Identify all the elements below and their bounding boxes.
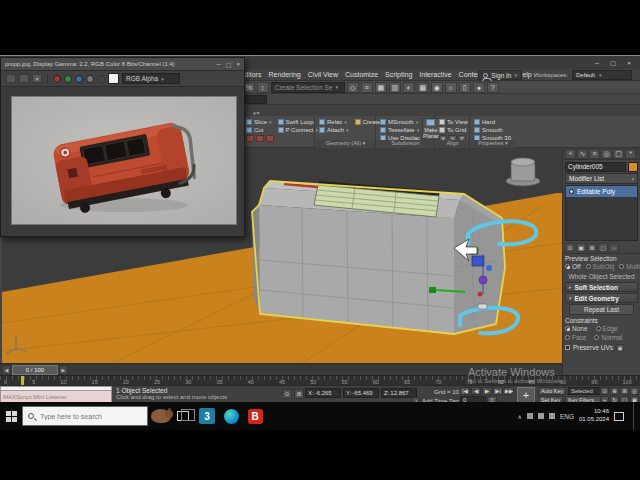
menu-item[interactable]: Customize — [345, 71, 378, 78]
track-bar[interactable]: 0510152025303540455055606570758085909510… — [0, 375, 640, 385]
save-image-icon[interactable] — [6, 74, 16, 83]
zoom-all-icon[interactable]: ⊕ — [610, 387, 619, 395]
set-keys-button[interactable]: + — [517, 387, 535, 402]
workspace-dropdown[interactable]: Default▾ — [572, 70, 632, 80]
playback-button[interactable]: ▶| — [493, 387, 503, 395]
close-icon[interactable]: × — [622, 58, 636, 68]
edit-geometry-rollout[interactable]: ▾Edit Geometry — [565, 293, 638, 303]
material-editor-icon[interactable]: ◉ — [431, 82, 443, 93]
constraint-edge-radio[interactable]: Edge — [596, 325, 618, 332]
soft-selection-rollout[interactable]: ▸Soft Selection — [565, 282, 638, 292]
spinner-snap-icon[interactable]: ↕ — [257, 82, 269, 93]
show-desktop-button[interactable] — [633, 402, 636, 430]
constraint-normal-radio[interactable]: Normal — [594, 334, 622, 341]
align-icon[interactable]: ≡ — [361, 82, 373, 93]
layer-manager-icon[interactable]: ▦ — [375, 82, 387, 93]
prev-frame-icon[interactable]: ◀ — [2, 365, 11, 375]
start-button[interactable] — [0, 402, 22, 430]
repeat-last-button[interactable]: Repeat Last — [569, 304, 634, 315]
create-tab-icon[interactable]: + — [565, 149, 576, 159]
taskbar-app-edge[interactable] — [219, 402, 243, 430]
ribbon-item[interactable]: Smooth — [474, 126, 512, 134]
scene-explorer-icon[interactable]: ▥ — [389, 82, 401, 93]
red-channel-icon[interactable] — [53, 75, 61, 83]
maximize-icon[interactable]: ▢ — [606, 58, 620, 68]
display-tab-icon[interactable]: ▢ — [613, 149, 624, 159]
mirror-icon[interactable]: ◇ — [347, 82, 359, 93]
image-window-titlebar[interactable]: propp.jpg, Display Gamma: 2.2, RGB Color… — [1, 58, 244, 71]
background-color-swatch[interactable] — [108, 73, 119, 84]
mono-channel-icon[interactable] — [86, 75, 94, 83]
help-icon[interactable]: ? — [487, 82, 499, 93]
ribbon-item[interactable]: To View — [439, 118, 466, 126]
menu-item[interactable]: Interactive — [419, 71, 451, 78]
object-name-field[interactable]: Cylinder005 — [565, 162, 626, 172]
zoom-extents-icon[interactable]: ⊞ — [620, 387, 629, 395]
constraint-none-radio[interactable]: None — [565, 325, 588, 332]
preview-multi-radio[interactable]: Multi — [619, 263, 640, 270]
minimize-icon[interactable]: ─ — [590, 58, 604, 68]
hidden-icons-chevron[interactable]: ∧ — [517, 413, 521, 420]
subobject-icon[interactable] — [256, 135, 264, 142]
ribbon-item[interactable]: Attach▾ — [319, 126, 349, 134]
ribbon-item[interactable]: To Grid — [439, 126, 466, 134]
green-channel-icon[interactable] — [64, 75, 72, 83]
ribbon-panel-label[interactable]: Subdivision — [377, 140, 434, 148]
menu-item[interactable]: Civil View — [308, 71, 338, 78]
channel-dropdown[interactable]: RGB Alpha▾ — [122, 73, 180, 84]
taskbar-search[interactable] — [22, 406, 148, 426]
preview-subobj-radio[interactable]: SubObj — [586, 263, 615, 270]
y-coordinate-field[interactable]: Y:-65.469 — [343, 388, 379, 398]
maxscript-mini-listener[interactable]: MAXScript Mini Listener — [0, 386, 112, 402]
utilities-tab-icon[interactable]: * — [625, 149, 636, 159]
constraint-face-radio[interactable]: Face — [565, 334, 586, 341]
isolate-selection-icon[interactable]: ⊙ — [282, 389, 292, 399]
preview-off-radio[interactable]: Off — [565, 263, 581, 270]
ribbon-item[interactable]: Cut — [246, 126, 272, 134]
ribbon-panel-label[interactable]: Geometry (All) ▾ — [316, 140, 375, 148]
make-unique-icon[interactable]: ≣ — [587, 243, 597, 252]
image-close-icon[interactable]: × — [236, 61, 240, 68]
playback-button[interactable]: ▶▶ — [504, 387, 514, 395]
object-color-swatch[interactable] — [628, 162, 638, 172]
sign-in-button[interactable]: Sign In ▾ — [478, 70, 522, 80]
menu-item[interactable]: Rendering — [268, 71, 300, 78]
x-coordinate-field[interactable]: X:-6.265 — [305, 388, 341, 398]
auto-key-button[interactable]: Auto Key — [538, 387, 566, 395]
ribbon-item[interactable]: Swift Loop — [278, 118, 318, 126]
ribbon-item[interactable]: P Connect▾ — [278, 126, 318, 134]
stack-entry[interactable]: Editable Poly — [566, 186, 637, 197]
tray-icon[interactable] — [527, 413, 533, 419]
delete-image-icon[interactable]: × — [32, 74, 42, 83]
playback-button[interactable]: |◀ — [460, 387, 470, 395]
selection-set-dropdown[interactable]: Create Selection Se▾ — [271, 82, 345, 93]
render-setup-icon[interactable]: ☼ — [445, 82, 457, 93]
ribbon-panel-label[interactable]: Properties ▾ — [471, 140, 515, 148]
action-center-icon[interactable] — [614, 412, 624, 421]
taskbar-app-b[interactable]: B — [243, 402, 267, 430]
subobject-icon[interactable] — [246, 135, 254, 142]
ribbon-item[interactable]: Hard — [474, 118, 512, 126]
language-indicator[interactable]: ENG — [560, 413, 574, 420]
selection-lock-icon[interactable]: ⊠ — [294, 389, 304, 399]
subobject-icon[interactable] — [266, 135, 274, 142]
ribbon-item[interactable]: Slice▾ — [246, 118, 272, 126]
tray-icon[interactable] — [538, 413, 544, 419]
zoom-icon[interactable]: ⊙ — [600, 387, 609, 395]
pin-stack-icon[interactable]: ⊙ — [565, 243, 575, 252]
modify-tab-icon[interactable]: ∿ — [577, 149, 588, 159]
curve-editor-icon[interactable]: ◐ — [403, 82, 415, 93]
blue-channel-icon[interactable] — [75, 75, 83, 83]
render-frame-icon[interactable]: ▯ — [459, 82, 471, 93]
taskbar-app-3dsmax[interactable]: 3 — [195, 402, 219, 430]
playback-button[interactable]: ▶ — [482, 387, 492, 395]
clone-image-icon[interactable] — [19, 74, 29, 83]
next-frame-icon[interactable]: ▶ — [59, 365, 68, 375]
schematic-view-icon[interactable]: ▩ — [417, 82, 429, 93]
preserve-uvs-checkbox[interactable] — [565, 345, 570, 350]
alpha-channel-icon[interactable] — [97, 75, 105, 83]
time-slider[interactable]: ◀ 0 / 100 ▶ — [0, 363, 562, 375]
time-slider-handle[interactable]: 0 / 100 — [12, 365, 58, 375]
ribbon-overflow-icon[interactable]: ▸▾ — [253, 109, 259, 116]
hierarchy-tab-icon[interactable]: ≡ — [589, 149, 600, 159]
